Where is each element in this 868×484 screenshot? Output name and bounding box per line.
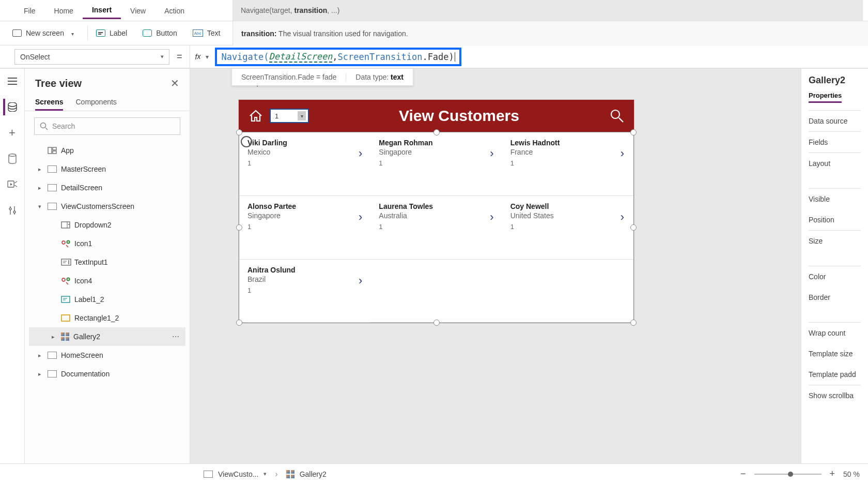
chevron-right-icon[interactable]: › (359, 274, 362, 288)
tree-item-masterscreen[interactable]: ▸ MasterScreen (29, 160, 185, 178)
tree-item-detailscreen[interactable]: ▸ DetailScreen (29, 178, 185, 197)
tree-view-panel: Tree view ✕ Screens Components Search ▸ … (25, 69, 190, 463)
svg-point-8 (62, 241, 65, 244)
prop-row-color[interactable]: Color (809, 266, 861, 287)
tree-item-documentation[interactable]: ▸ Documentation (29, 365, 185, 383)
prop-row-showscrollbar[interactable]: Show scrollba (809, 385, 861, 406)
button-button[interactable]: Button (137, 26, 182, 40)
tree-item-label: Label1_2 (74, 295, 104, 304)
tab-file[interactable]: File (14, 3, 45, 19)
close-icon[interactable]: ✕ (171, 77, 179, 89)
chevron-down-icon[interactable]: ▾ (264, 471, 267, 477)
tree-item-icon4[interactable]: ▸ Icon4 (29, 271, 185, 290)
zoom-out-button[interactable]: − (737, 468, 749, 479)
prop-row-fields[interactable]: Fields (809, 131, 861, 153)
label-button[interactable]: Label (91, 26, 132, 40)
tab-view[interactable]: View (121, 3, 155, 19)
prop-row-border[interactable]: Border (809, 287, 861, 308)
tree-item-label: DetailScreen (61, 184, 102, 192)
customer-name: Megan Rohman (379, 139, 493, 147)
search-icon (40, 122, 48, 130)
chevron-right-icon[interactable]: › (621, 147, 624, 160)
customer-name: Coy Newell (510, 202, 625, 210)
property-name: OnSelect (20, 53, 50, 61)
tree-item-textinput1[interactable]: ▸ TextInput1 (29, 253, 185, 271)
formula-input[interactable]: Navigate(DetailScreen, ScreenTransition.… (215, 48, 461, 66)
gallery-item[interactable]: Coy Newell United States 1 › (502, 196, 633, 260)
tree-item-homescreen[interactable]: ▸ HomeScreen (29, 346, 185, 365)
home-icon[interactable] (248, 109, 264, 123)
result-type: Data type: text (346, 73, 413, 81)
tree-item-label1-2[interactable]: ▸ Label1_2 (29, 290, 185, 309)
tree-item-icon1[interactable]: ▸ Icon1 (29, 234, 185, 253)
formula-comma: , (332, 52, 337, 62)
prop-row-templatesize[interactable]: Template size (809, 343, 861, 364)
gallery-item[interactable]: Lewis Hadnott France 1 › (502, 132, 633, 196)
more-icon[interactable]: ⋯ (172, 332, 179, 341)
button-btn-text: Button (156, 29, 177, 37)
tree-item-dropdown2[interactable]: ▸ Dropdown2 (29, 216, 185, 234)
prop-row-visible[interactable]: Visible (809, 188, 861, 209)
chevron-right-icon[interactable]: › (359, 147, 362, 160)
dropdown-control[interactable]: 1 ▾ (270, 109, 309, 123)
properties-tab[interactable]: Properties (809, 92, 842, 103)
new-screen-button[interactable]: New screen (7, 26, 79, 40)
canvas-area[interactable]: ↖ 1 ▾ View Customers (190, 69, 801, 463)
zoom-in-button[interactable]: + (827, 468, 839, 479)
breadcrumb-control[interactable]: Gallery2 (300, 470, 327, 478)
gallery-item[interactable]: Alonso Partee Singapore 1 › (239, 196, 370, 260)
customer-num: 1 (247, 159, 362, 167)
prop-row-layout[interactable]: Layout (809, 153, 861, 174)
search-input[interactable]: Search (34, 117, 180, 135)
text-dropdown-button[interactable]: AbcText (188, 26, 226, 40)
signature-suffix: , ...) (327, 6, 339, 14)
breadcrumb-screen[interactable]: ViewCusto... (218, 470, 258, 478)
tree-item-viewcustomersscreen[interactable]: ▾ ViewCustomersScreen (29, 197, 185, 216)
media-icon[interactable] (4, 176, 21, 193)
customer-country: Singapore (247, 211, 362, 220)
formula-fn: Navigate( (221, 52, 269, 62)
tab-action[interactable]: Action (155, 3, 194, 19)
chevron-right-icon[interactable]: › (490, 210, 493, 224)
gallery-item[interactable]: Viki Darling Mexico 1 › (239, 132, 370, 196)
gallery-selection[interactable]: Viki Darling Mexico 1 › Megan Rohman Sin… (239, 132, 634, 323)
gallery-item[interactable]: Laurena Towles Australia 1 › (370, 196, 502, 260)
zoom-slider[interactable] (754, 474, 822, 475)
data-icon[interactable] (4, 150, 21, 167)
tree-tab-components[interactable]: Components (75, 94, 116, 111)
tree-item-label: Gallery2 (73, 332, 100, 341)
hamburger-icon[interactable] (4, 73, 21, 89)
chevron-right-icon[interactable]: › (359, 210, 362, 224)
tree-item-app[interactable]: ▸ App (29, 141, 185, 160)
prop-row-size[interactable]: Size (809, 230, 861, 251)
prop-row-wrapcount[interactable]: Wrap count (809, 322, 861, 343)
gallery-item-empty (370, 260, 502, 323)
chevron-right-icon[interactable]: › (621, 210, 624, 224)
tooltip-text: The visual transition used for navigatio… (278, 29, 408, 38)
tree-view-icon[interactable] (3, 99, 20, 115)
gallery-item[interactable]: Anitra Oslund Brazil 1 › (239, 260, 370, 323)
tab-insert[interactable]: Insert (83, 2, 121, 19)
chevron-right-icon[interactable]: › (490, 147, 493, 160)
tab-home[interactable]: Home (45, 3, 83, 19)
advanced-icon[interactable] (4, 202, 21, 219)
tree-item-gallery2[interactable]: ▸ Gallery2 ⋯ (29, 327, 185, 346)
gallery-control[interactable]: Viki Darling Mexico 1 › Megan Rohman Sin… (239, 132, 633, 323)
fx-chevron-icon[interactable]: ▾ (206, 53, 213, 61)
formula-enum-val: Fade (428, 52, 449, 62)
svg-rect-4 (48, 147, 52, 154)
customer-num: 1 (247, 286, 362, 294)
formula-dot: . (422, 52, 427, 62)
gallery-item[interactable]: Megan Rohman Singapore 1 › (370, 132, 502, 196)
tree-tab-screens[interactable]: Screens (35, 94, 63, 111)
prop-row-datasource[interactable]: Data source (809, 110, 861, 131)
tree-item-rectangle1-2[interactable]: ▸ Rectangle1_2 (29, 309, 185, 327)
customer-num: 1 (379, 223, 493, 231)
add-icon[interactable]: + (4, 125, 21, 141)
breadcrumb-separator: › (272, 470, 281, 479)
prop-row-position[interactable]: Position (809, 209, 861, 230)
prop-row-templatepadding[interactable]: Template padd (809, 364, 861, 385)
property-selector[interactable]: OnSelect ▾ (14, 49, 169, 65)
tree-item-label: Documentation (61, 370, 110, 378)
search-icon[interactable] (609, 108, 625, 124)
